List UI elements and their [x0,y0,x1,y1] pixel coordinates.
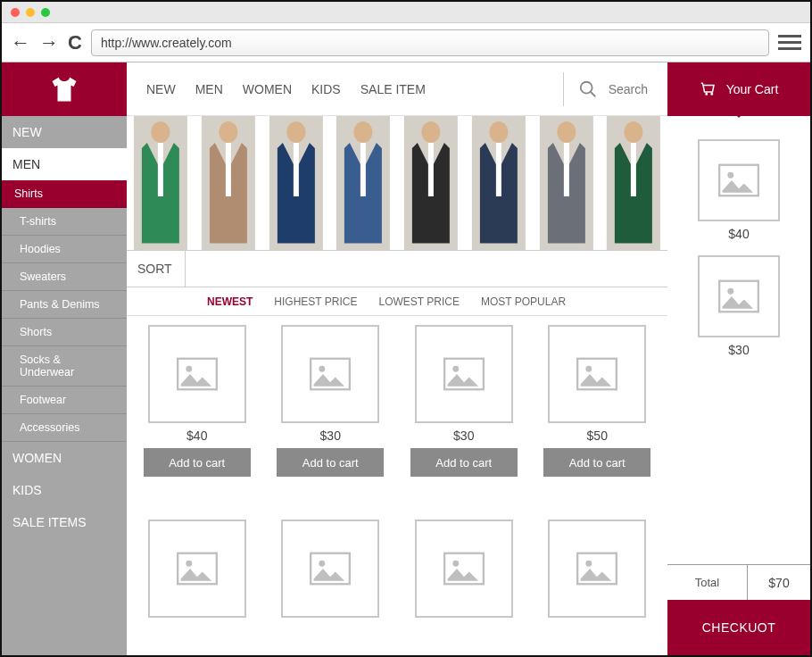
sidebar-sub-shorts[interactable]: Shorts [2,319,127,346]
topnav-men[interactable]: MEN [195,82,223,96]
svg-point-5 [219,121,237,143]
product-card [141,520,253,646]
add-to-cart-button[interactable]: Add to cart [410,448,518,477]
sort-bar: SORT [127,250,667,287]
sort-label: SORT [137,251,186,287]
product-image-placeholder[interactable] [281,325,379,423]
cart-item: $30 [698,255,780,357]
svg-point-17 [625,121,643,143]
sidebar-sub-hoodies[interactable]: Hoodies [2,236,127,263]
sidebar-men[interactable]: MEN [2,148,127,180]
sidebar-sub-pants-denims[interactable]: Pants & Denims [2,291,127,319]
sidebar-sub-footwear[interactable]: Footwear [2,387,127,414]
sidebar: NEWMEN ShirtsT-shirtsHoodiesSweatersPant… [2,62,127,655]
main-content: NEWMENWOMENKIDSSALE ITEM Search SORT NEW… [127,62,667,655]
sidebar-sub-t-shirts[interactable]: T-shirts [2,208,127,236]
cart-item-image[interactable] [698,139,780,221]
product-card [275,520,387,646]
product-price: $40 [186,428,207,443]
product-image-placeholder[interactable] [281,520,379,618]
svg-point-33 [586,561,592,567]
close-dot[interactable] [11,8,20,17]
cart-item-image[interactable] [698,255,780,337]
svg-point-7 [286,121,305,143]
sort-lowest-price[interactable]: LOWEST PRICE [378,295,459,308]
sidebar-sub-socks-underwear[interactable]: Socks & Underwear [2,346,127,387]
product-image-placeholder[interactable] [148,325,246,423]
total-value: $70 [748,576,810,590]
sidebar-sale-items[interactable]: SALE ITEMS [2,506,127,538]
tshirt-icon [48,73,80,105]
logo[interactable] [2,62,127,116]
topnav-women[interactable]: WOMEN [243,82,292,96]
product-price: $50 [587,428,608,443]
product-card: $40Add to cart [141,325,253,505]
total-label: Total [667,565,748,600]
svg-point-13 [489,121,508,143]
product-price: $30 [453,428,474,443]
sidebar-women[interactable]: WOMEN [2,442,127,474]
svg-point-23 [452,366,459,372]
browser-toolbar: ← → C http://www.creately.com [2,23,810,62]
cart-item-price: $40 [728,227,749,241]
add-to-cart-button[interactable]: Add to cart [277,448,384,477]
add-to-cart-button[interactable]: Add to cart [543,448,650,477]
checkout-button[interactable]: CHECKUOT [667,600,810,655]
sidebar-kids[interactable]: KIDS [2,474,127,506]
svg-point-3 [151,121,170,143]
product-image-placeholder[interactable] [415,520,513,618]
hero-figure [127,116,195,250]
sort-highest-price[interactable]: HIGHEST PRICE [274,295,357,308]
back-icon[interactable]: ← [11,31,30,54]
svg-point-31 [452,561,459,567]
forward-icon[interactable]: → [39,31,59,54]
cart-item-price: $30 [728,343,749,357]
product-card: $30Add to cart [275,325,387,505]
topnav-kids[interactable]: KIDS [311,82,341,96]
cart-panel: Your Cart $40$30 Total $70 CHECKUOT [667,62,810,655]
add-to-cart-button[interactable]: Add to cart [144,448,251,477]
sort-newest[interactable]: NEWEST [207,295,253,308]
cart-total-row: Total $70 [667,564,810,600]
window-titlebar [2,2,810,23]
search-placeholder: Search [609,82,648,96]
sort-most-popular[interactable]: MOST POPULAR [481,295,566,308]
svg-point-9 [354,121,373,143]
svg-point-27 [186,561,192,567]
svg-point-11 [421,121,440,143]
search-icon [578,79,598,99]
sidebar-sub-shirts[interactable]: Shirts [2,180,127,208]
product-image-placeholder[interactable] [548,520,646,618]
sidebar-sub-accessories[interactable]: Accessories [2,414,127,442]
hero-figure [329,116,397,250]
sidebar-new[interactable]: NEW [2,116,127,148]
url-bar[interactable]: http://www.creately.com [91,29,769,56]
sort-options: NEWESTHIGHEST PRICELOWEST PRICEMOST POPU… [127,287,667,316]
product-card: $50Add to cart [542,325,654,505]
search[interactable]: Search [563,72,648,106]
hero-figure [397,116,465,250]
product-image-placeholder[interactable] [148,520,246,618]
product-image-placeholder[interactable] [415,325,513,423]
hero-figure [262,116,330,250]
menu-icon[interactable] [778,35,801,50]
hero-figure [533,116,601,250]
maximize-dot[interactable] [41,8,50,17]
hero-figure [195,116,262,250]
svg-point-19 [186,366,192,372]
svg-point-35 [727,172,733,179]
svg-point-15 [557,121,576,143]
topnav-sale-item[interactable]: SALE ITEM [360,82,426,96]
topnav-new[interactable]: NEW [146,82,176,96]
top-nav: NEWMENWOMENKIDSSALE ITEM Search [127,62,667,116]
minimize-dot[interactable] [26,8,35,17]
cart-header[interactable]: Your Cart [667,62,810,116]
refresh-icon[interactable]: C [68,31,82,54]
cart-item: $40 [698,139,780,241]
product-card [542,520,654,646]
svg-point-37 [727,288,733,295]
svg-point-29 [319,561,326,567]
sidebar-sub-sweaters[interactable]: Sweaters [2,263,127,291]
product-image-placeholder[interactable] [548,325,646,423]
product-grid: $40Add to cart$30Add to cart$30Add to ca… [127,316,667,655]
